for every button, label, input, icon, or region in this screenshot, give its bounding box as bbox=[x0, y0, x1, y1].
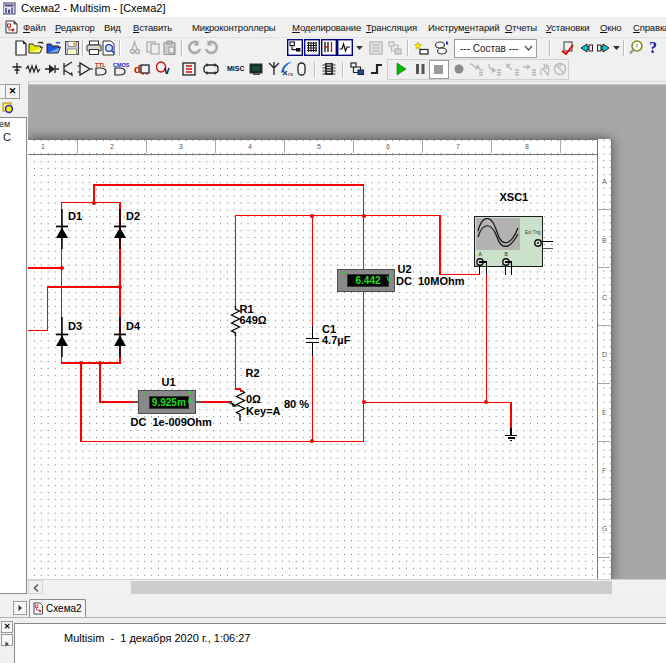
svg-text:rs: rs bbox=[288, 71, 293, 77]
svg-text:MISC: MISC bbox=[227, 65, 244, 72]
svg-text:v: v bbox=[164, 65, 170, 76]
svg-text:?: ? bbox=[649, 39, 657, 56]
svg-text:d: d bbox=[134, 63, 141, 75]
svg-text:TTL: TTL bbox=[95, 62, 106, 68]
svg-text:CMOS: CMOS bbox=[113, 62, 130, 68]
